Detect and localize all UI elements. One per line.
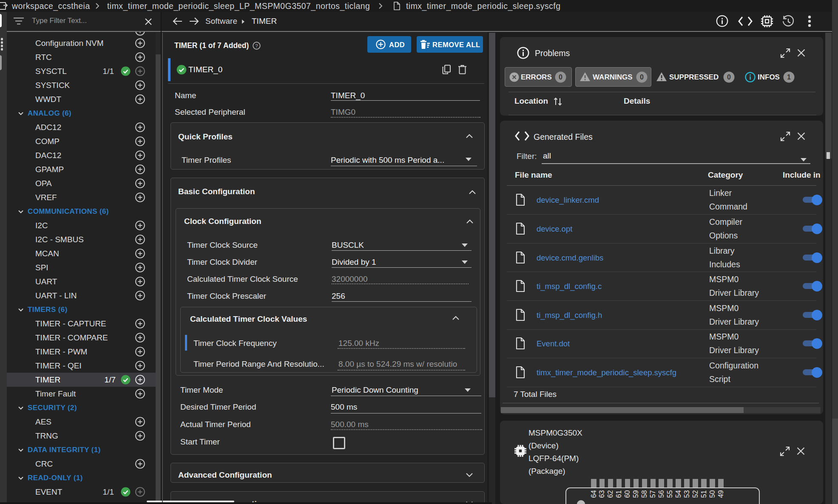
svg-text:?: ? — [255, 43, 258, 48]
svg-text:0: 0 — [559, 74, 562, 81]
svg-text:0: 0 — [640, 74, 644, 81]
svg-text:0: 0 — [727, 74, 731, 81]
svg-text:1: 1 — [787, 74, 791, 81]
